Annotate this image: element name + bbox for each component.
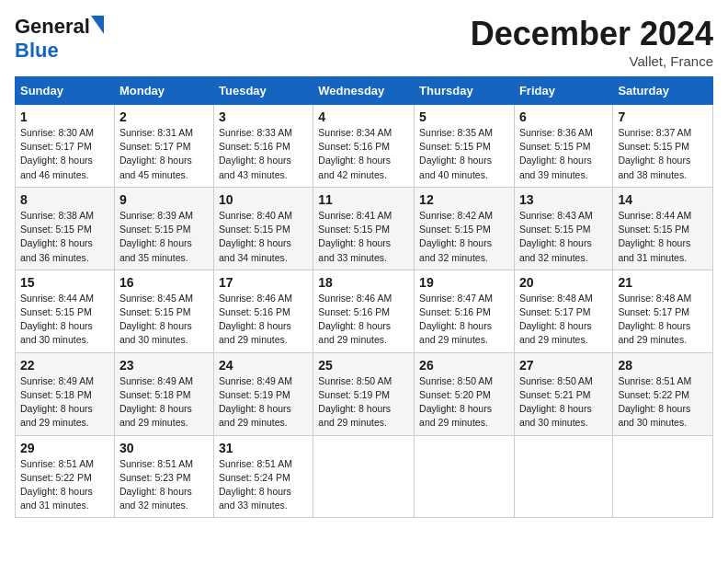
day-info: Sunrise: 8:50 AMSunset: 5:20 PMDaylight:… — [419, 375, 493, 429]
logo: General Blue — [15, 15, 105, 63]
svg-marker-0 — [91, 16, 104, 34]
day-info: Sunrise: 8:30 AMSunset: 5:17 PMDaylight:… — [20, 127, 94, 180]
day-info: Sunrise: 8:49 AMSunset: 5:18 PMDaylight:… — [20, 375, 94, 429]
calendar-cell: 25 Sunrise: 8:50 AMSunset: 5:19 PMDaylig… — [313, 352, 415, 435]
day-number: 11 — [318, 192, 409, 207]
day-number: 6 — [519, 109, 608, 124]
day-number: 2 — [119, 109, 209, 124]
day-info: Sunrise: 8:35 AMSunset: 5:15 PMDaylight:… — [419, 127, 493, 180]
day-number: 20 — [519, 275, 608, 290]
calendar-table: SundayMondayTuesdayWednesdayThursdayFrid… — [15, 76, 713, 518]
calendar-cell — [613, 435, 713, 518]
calendar-cell: 8 Sunrise: 8:38 AMSunset: 5:15 PMDayligh… — [16, 187, 115, 270]
day-number: 31 — [219, 441, 308, 455]
day-number: 16 — [119, 275, 209, 290]
day-info: Sunrise: 8:50 AMSunset: 5:19 PMDaylight:… — [318, 375, 392, 429]
day-number: 8 — [20, 192, 109, 207]
location: Vallet, France — [471, 53, 713, 69]
calendar-cell: 29 Sunrise: 8:51 AMSunset: 5:22 PMDaylig… — [16, 435, 115, 518]
day-info: Sunrise: 8:41 AMSunset: 5:15 PMDaylight:… — [318, 210, 392, 263]
day-number: 24 — [219, 358, 308, 373]
day-info: Sunrise: 8:39 AMSunset: 5:15 PMDaylight:… — [119, 210, 193, 263]
day-info: Sunrise: 8:34 AMSunset: 5:16 PMDaylight:… — [318, 127, 392, 180]
calendar-cell: 23 Sunrise: 8:49 AMSunset: 5:18 PMDaylig… — [114, 352, 213, 435]
calendar-cell: 4 Sunrise: 8:34 AMSunset: 5:16 PMDayligh… — [313, 105, 415, 188]
calendar-cell — [514, 435, 612, 518]
day-number: 12 — [419, 192, 509, 207]
day-number: 23 — [119, 358, 209, 373]
calendar-cell — [313, 435, 415, 518]
calendar-cell: 12 Sunrise: 8:42 AMSunset: 5:15 PMDaylig… — [415, 187, 515, 270]
calendar-cell: 13 Sunrise: 8:43 AMSunset: 5:15 PMDaylig… — [514, 187, 612, 270]
day-info: Sunrise: 8:33 AMSunset: 5:16 PMDaylight:… — [219, 127, 292, 180]
day-number: 1 — [20, 109, 109, 124]
page-header: General Blue December 2024 Vallet, Franc… — [15, 15, 713, 69]
weekday-header-tuesday: Tuesday — [214, 77, 313, 105]
calendar-cell: 9 Sunrise: 8:39 AMSunset: 5:15 PMDayligh… — [114, 187, 213, 270]
day-info: Sunrise: 8:48 AMSunset: 5:17 PMDaylight:… — [519, 293, 593, 346]
weekday-header-saturday: Saturday — [613, 77, 713, 105]
calendar-cell: 26 Sunrise: 8:50 AMSunset: 5:20 PMDaylig… — [415, 352, 515, 435]
day-info: Sunrise: 8:47 AMSunset: 5:16 PMDaylight:… — [419, 293, 493, 346]
day-info: Sunrise: 8:38 AMSunset: 5:15 PMDaylight:… — [20, 210, 94, 263]
title-area: December 2024 Vallet, France — [471, 15, 713, 69]
day-info: Sunrise: 8:44 AMSunset: 5:15 PMDaylight:… — [20, 293, 94, 346]
day-info: Sunrise: 8:49 AMSunset: 5:18 PMDaylight:… — [119, 375, 193, 429]
day-info: Sunrise: 8:31 AMSunset: 5:17 PMDaylight:… — [119, 127, 193, 180]
calendar-cell: 11 Sunrise: 8:41 AMSunset: 5:15 PMDaylig… — [313, 187, 415, 270]
calendar-cell: 24 Sunrise: 8:49 AMSunset: 5:19 PMDaylig… — [214, 352, 313, 435]
weekday-header-wednesday: Wednesday — [313, 77, 415, 105]
day-number: 21 — [618, 275, 708, 290]
day-number: 15 — [20, 275, 109, 290]
logo-triangle-icon — [91, 16, 104, 34]
day-info: Sunrise: 8:42 AMSunset: 5:15 PMDaylight:… — [419, 210, 493, 263]
day-number: 13 — [519, 192, 608, 207]
calendar-cell: 22 Sunrise: 8:49 AMSunset: 5:18 PMDaylig… — [16, 352, 115, 435]
calendar-week-row: 22 Sunrise: 8:49 AMSunset: 5:18 PMDaylig… — [16, 352, 713, 435]
calendar-cell: 10 Sunrise: 8:40 AMSunset: 5:15 PMDaylig… — [214, 187, 313, 270]
day-info: Sunrise: 8:44 AMSunset: 5:15 PMDaylight:… — [618, 210, 691, 263]
day-number: 7 — [618, 109, 708, 124]
day-number: 17 — [219, 275, 308, 290]
day-info: Sunrise: 8:37 AMSunset: 5:15 PMDaylight:… — [618, 127, 691, 180]
calendar-cell: 14 Sunrise: 8:44 AMSunset: 5:15 PMDaylig… — [613, 187, 713, 270]
calendar-header-row: SundayMondayTuesdayWednesdayThursdayFrid… — [16, 77, 713, 105]
calendar-cell: 5 Sunrise: 8:35 AMSunset: 5:15 PMDayligh… — [415, 105, 515, 188]
day-number: 10 — [219, 192, 308, 207]
day-number: 29 — [20, 441, 109, 455]
day-number: 19 — [419, 275, 509, 290]
day-number: 4 — [318, 109, 409, 124]
calendar-cell: 27 Sunrise: 8:50 AMSunset: 5:21 PMDaylig… — [514, 352, 612, 435]
calendar-cell: 6 Sunrise: 8:36 AMSunset: 5:15 PMDayligh… — [514, 105, 612, 188]
weekday-header-sunday: Sunday — [16, 77, 115, 105]
day-number: 9 — [119, 192, 209, 207]
day-info: Sunrise: 8:50 AMSunset: 5:21 PMDaylight:… — [519, 375, 593, 429]
calendar-cell: 2 Sunrise: 8:31 AMSunset: 5:17 PMDayligh… — [114, 105, 213, 188]
logo-general: General — [15, 15, 90, 39]
calendar-week-row: 8 Sunrise: 8:38 AMSunset: 5:15 PMDayligh… — [16, 187, 713, 270]
day-number: 28 — [618, 358, 708, 373]
day-number: 3 — [219, 109, 308, 124]
day-info: Sunrise: 8:51 AMSunset: 5:22 PMDaylight:… — [20, 458, 94, 511]
calendar-cell: 16 Sunrise: 8:45 AMSunset: 5:15 PMDaylig… — [114, 270, 213, 352]
calendar-cell: 15 Sunrise: 8:44 AMSunset: 5:15 PMDaylig… — [16, 270, 115, 352]
calendar-cell: 28 Sunrise: 8:51 AMSunset: 5:22 PMDaylig… — [613, 352, 713, 435]
logo-blue: Blue — [15, 39, 59, 62]
day-info: Sunrise: 8:51 AMSunset: 5:23 PMDaylight:… — [119, 458, 193, 511]
day-number: 26 — [419, 358, 509, 373]
weekday-header-monday: Monday — [114, 77, 213, 105]
day-number: 14 — [618, 192, 708, 207]
day-info: Sunrise: 8:51 AMSunset: 5:22 PMDaylight:… — [618, 375, 691, 429]
calendar-cell: 19 Sunrise: 8:47 AMSunset: 5:16 PMDaylig… — [415, 270, 515, 352]
month-title: December 2024 — [471, 15, 713, 53]
calendar-cell: 30 Sunrise: 8:51 AMSunset: 5:23 PMDaylig… — [114, 435, 213, 518]
day-info: Sunrise: 8:36 AMSunset: 5:15 PMDaylight:… — [519, 127, 593, 180]
calendar-cell: 20 Sunrise: 8:48 AMSunset: 5:17 PMDaylig… — [514, 270, 612, 352]
day-number: 5 — [419, 109, 509, 124]
calendar-week-row: 1 Sunrise: 8:30 AMSunset: 5:17 PMDayligh… — [16, 105, 713, 188]
calendar-body: 1 Sunrise: 8:30 AMSunset: 5:17 PMDayligh… — [16, 105, 713, 518]
day-info: Sunrise: 8:51 AMSunset: 5:24 PMDaylight:… — [219, 458, 292, 511]
calendar-cell — [415, 435, 515, 518]
day-info: Sunrise: 8:45 AMSunset: 5:15 PMDaylight:… — [119, 293, 193, 346]
calendar-cell: 31 Sunrise: 8:51 AMSunset: 5:24 PMDaylig… — [214, 435, 313, 518]
